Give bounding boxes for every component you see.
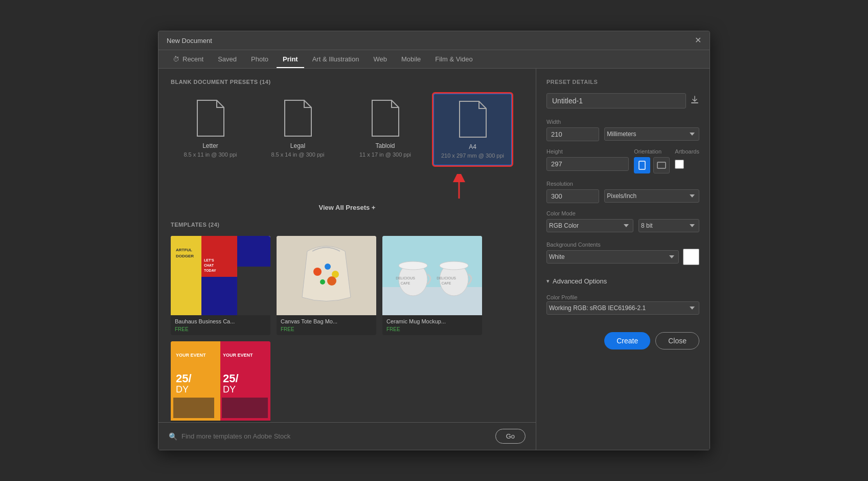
svg-text:DY: DY — [176, 384, 189, 395]
dialog-title: New Document — [167, 37, 212, 45]
preset-a4[interactable]: A4 210 x 297 mm @ 300 ppi — [433, 93, 512, 166]
template-ceramic[interactable]: DELICIOUS CAFE DELICIOUS CAFE — [382, 236, 482, 335]
landscape-button[interactable] — [653, 157, 670, 173]
tab-film-label: Film & Video — [435, 55, 472, 63]
main-panel: BLANK DOCUMENT PRESETS (14) Letter 8.5 x… — [158, 69, 536, 450]
color-mode-group: Color Mode RGB Color CMYK Color Grayscal… — [546, 210, 633, 232]
preset-letter[interactable]: Letter 8.5 x 11 in @ 300 ppi — [171, 93, 250, 166]
height-orientation-row: Height Orientation — [546, 148, 699, 173]
template-bauhaus-badge: FREE — [171, 326, 270, 335]
search-input[interactable] — [181, 432, 491, 440]
artboards-label: Artboards — [675, 148, 699, 155]
bg-color-swatch[interactable] — [683, 249, 699, 265]
color-depth-select[interactable]: 8 bit 16 bit 32 bit — [638, 219, 699, 232]
bg-select-wrap: White Black Transparent Background Color — [546, 250, 679, 264]
artboards-checkbox[interactable] — [675, 160, 684, 169]
svg-rect-4 — [201, 277, 237, 315]
svg-text:25/: 25/ — [223, 372, 239, 385]
tab-web-label: Web — [373, 55, 387, 63]
color-profile-select[interactable]: Working RGB: sRGB IEC61966-2.1 sRGB IEC6… — [546, 301, 699, 315]
template-ceramic-img: DELICIOUS CAFE DELICIOUS CAFE — [382, 236, 482, 315]
svg-point-16 — [320, 279, 325, 285]
svg-rect-37 — [222, 398, 268, 418]
bg-contents-select[interactable]: White Black Transparent Background Color — [546, 250, 679, 264]
tab-film[interactable]: Film & Video — [429, 50, 478, 68]
color-mode-select[interactable]: RGB Color CMYK Color Grayscale — [546, 219, 633, 232]
scroll-content[interactable]: BLANK DOCUMENT PRESETS (14) Letter 8.5 x… — [158, 69, 536, 422]
width-unit-group: u Millimeters Inches Pixels Centimeters — [604, 119, 699, 141]
preset-letter-dims: 8.5 x 11 in @ 300 ppi — [184, 151, 237, 158]
color-profile-section: Color Profile Working RGB: sRGB IEC61966… — [546, 292, 699, 315]
template-canvas[interactable]: Canvas Tote Bag Mo... FREE — [277, 236, 376, 335]
height-input[interactable] — [546, 157, 629, 171]
svg-point-25 — [440, 261, 468, 270]
tab-web[interactable]: Web — [367, 50, 393, 68]
right-panel: PRESET DETAILS Width u — [536, 69, 710, 450]
advanced-options-toggle[interactable]: ▾ Advanced Options — [546, 277, 699, 285]
width-unit-select[interactable]: Millimeters Inches Pixels Centimeters — [604, 127, 699, 141]
title-close-button[interactable]: ✕ — [695, 36, 701, 45]
tab-saved-label: Saved — [218, 55, 237, 63]
search-icon: 🔍 — [169, 432, 177, 441]
tab-photo[interactable]: Photo — [245, 50, 275, 68]
bottom-search-bar: 🔍 Go — [158, 422, 536, 450]
color-mode-label: Color Mode — [546, 210, 633, 216]
resolution-field-group: Resolution — [546, 181, 599, 203]
resolution-input[interactable] — [546, 189, 599, 203]
tab-mobile[interactable]: Mobile — [395, 50, 427, 68]
tab-mobile-label: Mobile — [401, 55, 421, 63]
svg-rect-40 — [657, 162, 666, 168]
up-arrow-annotation — [449, 174, 469, 200]
view-all-presets[interactable]: View All Presets + — [171, 204, 523, 211]
width-input[interactable] — [546, 127, 599, 141]
orientation-label: Orientation — [634, 148, 670, 155]
svg-text:25/: 25/ — [176, 372, 192, 385]
close-button[interactable]: Close — [655, 332, 699, 349]
width-label: Width — [546, 119, 599, 125]
resolution-label: Resolution — [546, 181, 599, 187]
preset-legal[interactable]: Legal 8.5 x 14 in @ 300 ppi — [258, 93, 337, 166]
svg-rect-38 — [691, 102, 698, 103]
save-preset-button[interactable] — [690, 95, 699, 107]
go-button[interactable]: Go — [495, 429, 526, 444]
resolution-unit-select[interactable]: Pixels/Inch Pixels/Centimeter — [604, 189, 699, 203]
svg-text:ARTFUL: ARTFUL — [176, 248, 192, 252]
chevron-down-icon: ▾ — [546, 278, 550, 285]
portrait-button[interactable] — [634, 157, 650, 173]
svg-text:DODGER: DODGER — [176, 254, 194, 258]
template-bauhaus[interactable]: ARTFUL DODGER LET'S CHAT TODAY Bauhaus B… — [171, 236, 270, 335]
clock-icon: ⏱ — [173, 55, 179, 63]
preset-a4-name: A4 — [469, 143, 476, 150]
width-row: Width u Millimeters Inches Pixels Centim… — [546, 119, 699, 141]
template-colorblock[interactable]: YOUR EVENT 25/ DY YOUR EVENT 25/ DY — [171, 341, 270, 422]
preset-name-input[interactable] — [546, 93, 686, 108]
template-canvas-name: Canvas Tote Bag Mo... — [277, 315, 376, 326]
tab-recent[interactable]: ⏱ Recent — [167, 50, 210, 68]
advanced-options-label: Advanced Options — [553, 277, 607, 285]
bg-contents-section: Background Contents White Black Transpar… — [546, 239, 699, 265]
svg-rect-5 — [237, 236, 270, 267]
svg-point-17 — [327, 276, 336, 286]
template-canvas-badge: FREE — [277, 326, 376, 335]
landscape-icon — [657, 162, 666, 169]
preset-tabloid[interactable]: Tabloid 11 x 17 in @ 300 ppi — [346, 93, 425, 166]
template-colorblock-img: YOUR EVENT 25/ DY YOUR EVENT 25/ DY — [171, 341, 270, 421]
resolution-row: Resolution u Pixels/Inch Pixels/Centimet… — [546, 181, 699, 203]
preset-tabloid-dims: 11 x 17 in @ 300 ppi — [359, 151, 411, 158]
svg-rect-39 — [639, 161, 645, 169]
bg-contents-label: Background Contents — [546, 242, 601, 248]
tab-print[interactable]: Print — [277, 50, 304, 68]
create-button[interactable]: Create — [604, 332, 650, 349]
preset-legal-name: Legal — [290, 142, 305, 149]
tab-art[interactable]: Art & Illustration — [306, 50, 366, 68]
height-label: Height — [546, 148, 629, 155]
preset-tabloid-name: Tabloid — [375, 142, 395, 149]
orientation-buttons — [634, 157, 670, 173]
presets-section-title: BLANK DOCUMENT PRESETS (14) — [171, 79, 523, 85]
tabs-bar: ⏱ Recent Saved Photo Print Art & Illustr… — [158, 50, 710, 69]
artboards-group: Artboards — [675, 148, 699, 169]
svg-text:YOUR EVENT: YOUR EVENT — [176, 353, 206, 358]
svg-text:DELICIOUS: DELICIOUS — [437, 276, 456, 280]
tab-recent-label: Recent — [182, 55, 203, 63]
tab-saved[interactable]: Saved — [212, 50, 243, 68]
